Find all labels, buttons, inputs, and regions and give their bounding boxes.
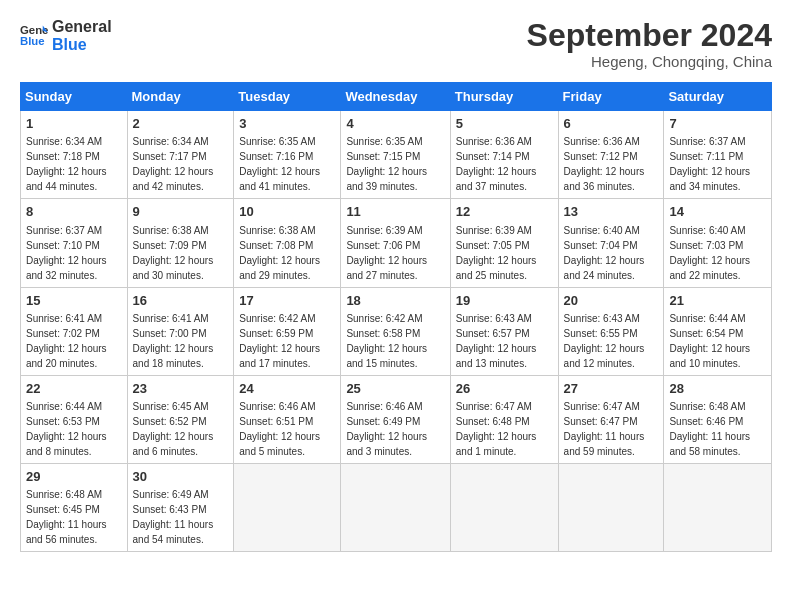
day-cell: 1Sunrise: 6:34 AM Sunset: 7:18 PM Daylig…: [21, 111, 128, 199]
day-cell: 27Sunrise: 6:47 AM Sunset: 6:47 PM Dayli…: [558, 375, 664, 463]
page: General Blue General Blue September 2024…: [0, 0, 792, 562]
day-detail: Sunrise: 6:35 AM Sunset: 7:16 PM Dayligh…: [239, 136, 320, 192]
weekday-header-thursday: Thursday: [450, 83, 558, 111]
day-detail: Sunrise: 6:42 AM Sunset: 6:59 PM Dayligh…: [239, 313, 320, 369]
day-number: 12: [456, 203, 553, 221]
day-cell: 9Sunrise: 6:38 AM Sunset: 7:09 PM Daylig…: [127, 199, 234, 287]
day-detail: Sunrise: 6:36 AM Sunset: 7:14 PM Dayligh…: [456, 136, 537, 192]
day-number: 14: [669, 203, 766, 221]
day-detail: Sunrise: 6:38 AM Sunset: 7:08 PM Dayligh…: [239, 225, 320, 281]
day-detail: Sunrise: 6:48 AM Sunset: 6:45 PM Dayligh…: [26, 489, 107, 545]
day-number: 18: [346, 292, 444, 310]
day-cell: [664, 463, 772, 551]
day-detail: Sunrise: 6:47 AM Sunset: 6:47 PM Dayligh…: [564, 401, 645, 457]
day-cell: 4Sunrise: 6:35 AM Sunset: 7:15 PM Daylig…: [341, 111, 450, 199]
day-detail: Sunrise: 6:46 AM Sunset: 6:51 PM Dayligh…: [239, 401, 320, 457]
day-number: 24: [239, 380, 335, 398]
header-area: General Blue General Blue September 2024…: [20, 18, 772, 70]
weekday-header-tuesday: Tuesday: [234, 83, 341, 111]
day-detail: Sunrise: 6:44 AM Sunset: 6:53 PM Dayligh…: [26, 401, 107, 457]
day-detail: Sunrise: 6:40 AM Sunset: 7:04 PM Dayligh…: [564, 225, 645, 281]
day-cell: 15Sunrise: 6:41 AM Sunset: 7:02 PM Dayli…: [21, 287, 128, 375]
day-number: 27: [564, 380, 659, 398]
day-number: 23: [133, 380, 229, 398]
day-cell: 24Sunrise: 6:46 AM Sunset: 6:51 PM Dayli…: [234, 375, 341, 463]
day-number: 10: [239, 203, 335, 221]
day-cell: 2Sunrise: 6:34 AM Sunset: 7:17 PM Daylig…: [127, 111, 234, 199]
day-cell: [558, 463, 664, 551]
month-title: September 2024: [527, 18, 772, 53]
weekday-header-monday: Monday: [127, 83, 234, 111]
day-detail: Sunrise: 6:37 AM Sunset: 7:11 PM Dayligh…: [669, 136, 750, 192]
day-detail: Sunrise: 6:42 AM Sunset: 6:58 PM Dayligh…: [346, 313, 427, 369]
day-number: 4: [346, 115, 444, 133]
day-cell: 6Sunrise: 6:36 AM Sunset: 7:12 PM Daylig…: [558, 111, 664, 199]
day-number: 28: [669, 380, 766, 398]
day-detail: Sunrise: 6:40 AM Sunset: 7:03 PM Dayligh…: [669, 225, 750, 281]
day-cell: 5Sunrise: 6:36 AM Sunset: 7:14 PM Daylig…: [450, 111, 558, 199]
day-number: 1: [26, 115, 122, 133]
day-number: 16: [133, 292, 229, 310]
title-area: September 2024 Hegeng, Chongqing, China: [527, 18, 772, 70]
weekday-header-saturday: Saturday: [664, 83, 772, 111]
day-detail: Sunrise: 6:39 AM Sunset: 7:06 PM Dayligh…: [346, 225, 427, 281]
day-number: 21: [669, 292, 766, 310]
weekday-header-row: SundayMondayTuesdayWednesdayThursdayFrid…: [21, 83, 772, 111]
logo: General Blue General Blue: [20, 18, 112, 53]
day-detail: Sunrise: 6:36 AM Sunset: 7:12 PM Dayligh…: [564, 136, 645, 192]
day-detail: Sunrise: 6:45 AM Sunset: 6:52 PM Dayligh…: [133, 401, 214, 457]
day-cell: 30Sunrise: 6:49 AM Sunset: 6:43 PM Dayli…: [127, 463, 234, 551]
day-detail: Sunrise: 6:43 AM Sunset: 6:57 PM Dayligh…: [456, 313, 537, 369]
day-number: 26: [456, 380, 553, 398]
day-cell: [341, 463, 450, 551]
day-number: 20: [564, 292, 659, 310]
day-detail: Sunrise: 6:41 AM Sunset: 7:00 PM Dayligh…: [133, 313, 214, 369]
day-detail: Sunrise: 6:34 AM Sunset: 7:17 PM Dayligh…: [133, 136, 214, 192]
day-cell: 20Sunrise: 6:43 AM Sunset: 6:55 PM Dayli…: [558, 287, 664, 375]
day-cell: 22Sunrise: 6:44 AM Sunset: 6:53 PM Dayli…: [21, 375, 128, 463]
day-number: 22: [26, 380, 122, 398]
day-number: 15: [26, 292, 122, 310]
day-number: 29: [26, 468, 122, 486]
day-number: 19: [456, 292, 553, 310]
day-number: 5: [456, 115, 553, 133]
day-cell: [450, 463, 558, 551]
day-detail: Sunrise: 6:37 AM Sunset: 7:10 PM Dayligh…: [26, 225, 107, 281]
day-number: 9: [133, 203, 229, 221]
logo-text-general: General: [52, 18, 112, 36]
day-detail: Sunrise: 6:48 AM Sunset: 6:46 PM Dayligh…: [669, 401, 750, 457]
day-detail: Sunrise: 6:39 AM Sunset: 7:05 PM Dayligh…: [456, 225, 537, 281]
day-cell: 8Sunrise: 6:37 AM Sunset: 7:10 PM Daylig…: [21, 199, 128, 287]
day-number: 11: [346, 203, 444, 221]
day-number: 25: [346, 380, 444, 398]
weekday-header-friday: Friday: [558, 83, 664, 111]
day-number: 8: [26, 203, 122, 221]
day-cell: 12Sunrise: 6:39 AM Sunset: 7:05 PM Dayli…: [450, 199, 558, 287]
day-cell: 23Sunrise: 6:45 AM Sunset: 6:52 PM Dayli…: [127, 375, 234, 463]
day-cell: 14Sunrise: 6:40 AM Sunset: 7:03 PM Dayli…: [664, 199, 772, 287]
day-cell: 25Sunrise: 6:46 AM Sunset: 6:49 PM Dayli…: [341, 375, 450, 463]
day-cell: 7Sunrise: 6:37 AM Sunset: 7:11 PM Daylig…: [664, 111, 772, 199]
day-cell: 3Sunrise: 6:35 AM Sunset: 7:16 PM Daylig…: [234, 111, 341, 199]
day-number: 30: [133, 468, 229, 486]
week-row-4: 22Sunrise: 6:44 AM Sunset: 6:53 PM Dayli…: [21, 375, 772, 463]
day-number: 2: [133, 115, 229, 133]
day-cell: 19Sunrise: 6:43 AM Sunset: 6:57 PM Dayli…: [450, 287, 558, 375]
week-row-3: 15Sunrise: 6:41 AM Sunset: 7:02 PM Dayli…: [21, 287, 772, 375]
day-number: 6: [564, 115, 659, 133]
day-detail: Sunrise: 6:41 AM Sunset: 7:02 PM Dayligh…: [26, 313, 107, 369]
day-cell: 16Sunrise: 6:41 AM Sunset: 7:00 PM Dayli…: [127, 287, 234, 375]
week-row-5: 29Sunrise: 6:48 AM Sunset: 6:45 PM Dayli…: [21, 463, 772, 551]
weekday-header-wednesday: Wednesday: [341, 83, 450, 111]
day-detail: Sunrise: 6:35 AM Sunset: 7:15 PM Dayligh…: [346, 136, 427, 192]
day-cell: 13Sunrise: 6:40 AM Sunset: 7:04 PM Dayli…: [558, 199, 664, 287]
day-detail: Sunrise: 6:43 AM Sunset: 6:55 PM Dayligh…: [564, 313, 645, 369]
day-detail: Sunrise: 6:46 AM Sunset: 6:49 PM Dayligh…: [346, 401, 427, 457]
day-cell: 17Sunrise: 6:42 AM Sunset: 6:59 PM Dayli…: [234, 287, 341, 375]
day-cell: 29Sunrise: 6:48 AM Sunset: 6:45 PM Dayli…: [21, 463, 128, 551]
week-row-1: 1Sunrise: 6:34 AM Sunset: 7:18 PM Daylig…: [21, 111, 772, 199]
day-detail: Sunrise: 6:47 AM Sunset: 6:48 PM Dayligh…: [456, 401, 537, 457]
day-detail: Sunrise: 6:44 AM Sunset: 6:54 PM Dayligh…: [669, 313, 750, 369]
weekday-header-sunday: Sunday: [21, 83, 128, 111]
day-cell: [234, 463, 341, 551]
